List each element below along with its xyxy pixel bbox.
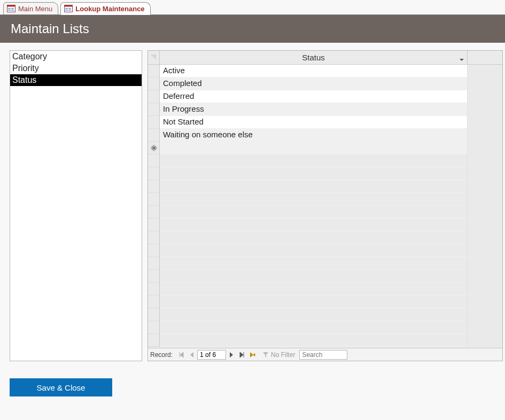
record-position-input[interactable] (197, 350, 226, 360)
svg-rect-4 (11, 8, 14, 9)
no-filter-label: No Filter (271, 351, 295, 359)
svg-rect-3 (8, 10, 11, 11)
table-row[interactable]: Deferred (148, 90, 502, 103)
row-selector[interactable] (148, 116, 160, 129)
tab-lookup-maintenance[interactable]: Lookup Maintenance (60, 2, 150, 15)
blank-row (148, 334, 502, 347)
blank-row (148, 219, 502, 231)
nav-new-button[interactable] (247, 350, 258, 360)
funnel-icon (262, 352, 269, 358)
save-close-button[interactable]: Save & Close (10, 378, 112, 396)
datasheet-header: Status (148, 51, 502, 65)
form-icon (7, 5, 15, 12)
lookup-list[interactable]: Category Priority Status (10, 50, 142, 361)
tab-label: Lookup Maintenance (75, 5, 144, 13)
svg-rect-11 (68, 10, 71, 11)
svg-rect-2 (8, 8, 11, 9)
blank-row (148, 283, 502, 295)
nav-first-button[interactable] (176, 350, 187, 360)
record-navigator: Record: No Filter (148, 348, 502, 361)
blank-row (148, 270, 502, 283)
tab-main-menu[interactable]: Main Menu (3, 2, 58, 15)
blank-row (148, 308, 502, 321)
cell[interactable]: In Progress (160, 103, 468, 116)
row-selector[interactable] (148, 65, 160, 77)
table-row[interactable]: Completed (148, 77, 502, 90)
tab-label: Main Menu (18, 5, 52, 13)
blank-row (148, 231, 502, 244)
cell[interactable] (160, 142, 468, 154)
column-header-status[interactable]: Status (160, 51, 468, 64)
cell[interactable]: Not Started (160, 116, 468, 129)
table-row[interactable]: Active (148, 65, 502, 77)
search-input[interactable] (299, 350, 347, 360)
table-row[interactable]: Not Started (148, 116, 502, 129)
asterisk-icon (151, 145, 157, 151)
blank-row (148, 206, 502, 219)
filter-indicator[interactable]: No Filter (262, 351, 295, 359)
cell[interactable]: Active (160, 65, 468, 77)
document-tabs: Main Menu Lookup Maintenance (0, 0, 505, 15)
list-item-priority[interactable]: Priority (10, 63, 142, 74)
row-selector[interactable] (148, 129, 160, 142)
column-header-label: Status (302, 53, 325, 62)
datasheet-body: Active Completed Deferred In Progress No… (148, 65, 502, 348)
nav-last-button[interactable] (237, 350, 247, 360)
svg-rect-8 (65, 8, 68, 9)
blank-row (148, 180, 502, 193)
row-selector[interactable] (148, 103, 160, 116)
svg-rect-9 (65, 10, 68, 11)
svg-rect-10 (68, 8, 71, 9)
column-filter-dropdown-icon[interactable] (460, 55, 464, 59)
svg-rect-1 (7, 5, 15, 7)
svg-rect-5 (11, 10, 14, 11)
blank-row (148, 321, 502, 334)
cell[interactable]: Deferred (160, 90, 468, 103)
datasheet: Status Active Completed Deferred In (147, 50, 503, 361)
svg-rect-7 (65, 5, 73, 7)
page-title: Maintain Lists (11, 21, 89, 36)
row-selector[interactable] (148, 77, 160, 90)
blank-row (148, 295, 502, 308)
cell[interactable]: Waiting on someone else (160, 129, 468, 142)
blank-row (148, 193, 502, 206)
list-item-category[interactable]: Category (10, 51, 142, 63)
new-record-selector[interactable] (148, 142, 160, 154)
record-label: Record: (150, 351, 173, 359)
blank-row (148, 257, 502, 270)
new-record-row[interactable] (148, 142, 502, 154)
content-area: Category Priority Status Status Active (0, 43, 505, 361)
blank-row (148, 244, 502, 257)
table-row[interactable]: Waiting on someone else (148, 129, 502, 142)
cell[interactable]: Completed (160, 77, 468, 90)
list-item-status[interactable]: Status (10, 74, 142, 86)
form-icon (64, 5, 73, 12)
select-all-corner[interactable] (148, 51, 160, 64)
form-header: Maintain Lists (0, 15, 505, 43)
nav-next-button[interactable] (226, 350, 237, 360)
blank-row (148, 167, 502, 180)
nav-prev-button[interactable] (187, 350, 197, 360)
table-row[interactable]: In Progress (148, 103, 502, 116)
blank-row (148, 154, 502, 167)
row-selector[interactable] (148, 90, 160, 103)
